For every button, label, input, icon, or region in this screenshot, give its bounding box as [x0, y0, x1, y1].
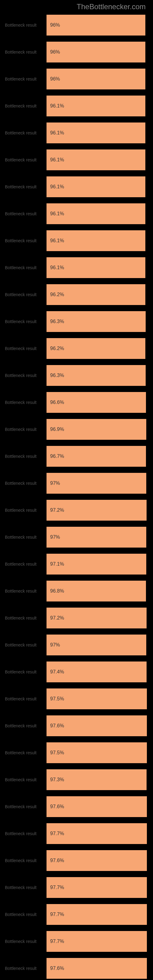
- bar-wrapper: 96%: [46, 15, 149, 35]
- bar-wrapper: 97.4%: [46, 662, 149, 682]
- bar: 97.7%: [46, 931, 147, 952]
- chart-row: Bottleneck result97%: [4, 473, 149, 494]
- bar-wrapper: 97.6%: [46, 958, 149, 979]
- row-label: Bottleneck result: [4, 319, 46, 324]
- row-label: Bottleneck result: [4, 292, 46, 297]
- bar: 96%: [46, 15, 145, 35]
- bar-wrapper: 96.3%: [46, 365, 149, 386]
- bar-value: 97.7%: [50, 885, 64, 890]
- row-label: Bottleneck result: [4, 481, 46, 486]
- chart-row: Bottleneck result97.7%: [4, 904, 149, 925]
- row-label: Bottleneck result: [4, 427, 46, 432]
- bar-value: 97.6%: [50, 858, 64, 863]
- bar: 96.3%: [46, 365, 146, 386]
- bar-value: 97.7%: [50, 912, 64, 917]
- bar-wrapper: 96.1%: [46, 150, 149, 170]
- row-label: Bottleneck result: [4, 670, 46, 675]
- bar-wrapper: 96.7%: [46, 446, 149, 467]
- bar-wrapper: 97.1%: [46, 554, 149, 574]
- bar-wrapper: 97.6%: [46, 796, 149, 817]
- row-label: Bottleneck result: [4, 23, 46, 27]
- row-label: Bottleneck result: [4, 858, 46, 863]
- bar: 96.2%: [46, 338, 145, 359]
- chart-row: Bottleneck result97.2%: [4, 500, 149, 520]
- row-label: Bottleneck result: [4, 616, 46, 620]
- bar-wrapper: 97.6%: [46, 715, 149, 736]
- row-label: Bottleneck result: [4, 885, 46, 890]
- bar-wrapper: 97.2%: [46, 500, 149, 520]
- bar: 97.5%: [46, 689, 147, 709]
- row-label: Bottleneck result: [4, 373, 46, 378]
- bar: 97.7%: [46, 877, 147, 898]
- bar: 97.4%: [46, 662, 147, 682]
- bar: 96.1%: [46, 123, 145, 143]
- page-title: TheBottlenecker.com: [0, 0, 153, 15]
- bar-wrapper: 96.1%: [46, 123, 149, 143]
- bar-wrapper: 97.7%: [46, 931, 149, 952]
- bar: 97.2%: [46, 500, 147, 520]
- bar-wrapper: 96.3%: [46, 311, 149, 332]
- bar: 96.2%: [46, 284, 145, 305]
- bar-value: 97.6%: [50, 966, 64, 971]
- chart-row: Bottleneck result96.1%: [4, 257, 149, 278]
- bar-value: 96%: [50, 76, 60, 82]
- bar-value: 96%: [50, 22, 60, 28]
- chart-row: Bottleneck result96.8%: [4, 581, 149, 601]
- row-label: Bottleneck result: [4, 400, 46, 405]
- bar: 97%: [46, 473, 146, 494]
- bar-wrapper: 96.9%: [46, 419, 149, 440]
- bar: 96%: [46, 41, 145, 62]
- row-label: Bottleneck result: [4, 643, 46, 648]
- row-label: Bottleneck result: [4, 697, 46, 701]
- row-label: Bottleneck result: [4, 211, 46, 216]
- row-label: Bottleneck result: [4, 535, 46, 539]
- bar-wrapper: 97.7%: [46, 904, 149, 925]
- bar: 96.7%: [46, 446, 146, 467]
- chart-container: Bottleneck result96%Bottleneck result96%…: [0, 15, 153, 980]
- row-label: Bottleneck result: [4, 723, 46, 728]
- row-label: Bottleneck result: [4, 130, 46, 135]
- chart-row: Bottleneck result96.1%: [4, 177, 149, 197]
- bar: 97.7%: [46, 823, 147, 844]
- bar: 97.1%: [46, 554, 146, 574]
- chart-row: Bottleneck result97.6%: [4, 796, 149, 817]
- bar: 97.6%: [46, 796, 147, 817]
- row-label: Bottleneck result: [4, 589, 46, 593]
- bar-wrapper: 96.1%: [46, 257, 149, 278]
- bar-value: 97.7%: [50, 939, 64, 944]
- bar-wrapper: 96.6%: [46, 392, 149, 413]
- row-label: Bottleneck result: [4, 158, 46, 162]
- row-label: Bottleneck result: [4, 804, 46, 809]
- chart-row: Bottleneck result97.6%: [4, 958, 149, 979]
- chart-row: Bottleneck result97%: [4, 527, 149, 547]
- bar: 96%: [46, 68, 145, 89]
- bar-wrapper: 96.1%: [46, 230, 149, 251]
- row-label: Bottleneck result: [4, 777, 46, 782]
- bar: 97.6%: [46, 850, 147, 871]
- chart-row: Bottleneck result97.7%: [4, 877, 149, 898]
- chart-row: Bottleneck result96.2%: [4, 284, 149, 305]
- bar-value: 96.2%: [50, 346, 64, 351]
- chart-row: Bottleneck result97.5%: [4, 689, 149, 709]
- bar: 96.1%: [46, 95, 145, 116]
- bar-value: 96%: [50, 49, 60, 55]
- row-label: Bottleneck result: [4, 238, 46, 243]
- bar: 96.1%: [46, 150, 145, 170]
- bar-value: 96.7%: [50, 453, 64, 459]
- bar: 96.1%: [46, 230, 145, 251]
- row-label: Bottleneck result: [4, 76, 46, 81]
- bar-value: 96.8%: [50, 588, 64, 594]
- chart-row: Bottleneck result97.7%: [4, 823, 149, 844]
- bar-wrapper: 97%: [46, 527, 149, 547]
- row-label: Bottleneck result: [4, 750, 46, 755]
- chart-row: Bottleneck result96.1%: [4, 150, 149, 170]
- bar: 96.8%: [46, 581, 146, 601]
- bar-value: 97.1%: [50, 562, 64, 567]
- bar-value: 97.3%: [50, 777, 64, 783]
- chart-row: Bottleneck result97.7%: [4, 931, 149, 952]
- bar-wrapper: 97%: [46, 635, 149, 655]
- row-label: Bottleneck result: [4, 508, 46, 513]
- bar-value: 96.3%: [50, 319, 64, 324]
- bar-wrapper: 97.5%: [46, 742, 149, 763]
- bar: 97.6%: [46, 715, 147, 736]
